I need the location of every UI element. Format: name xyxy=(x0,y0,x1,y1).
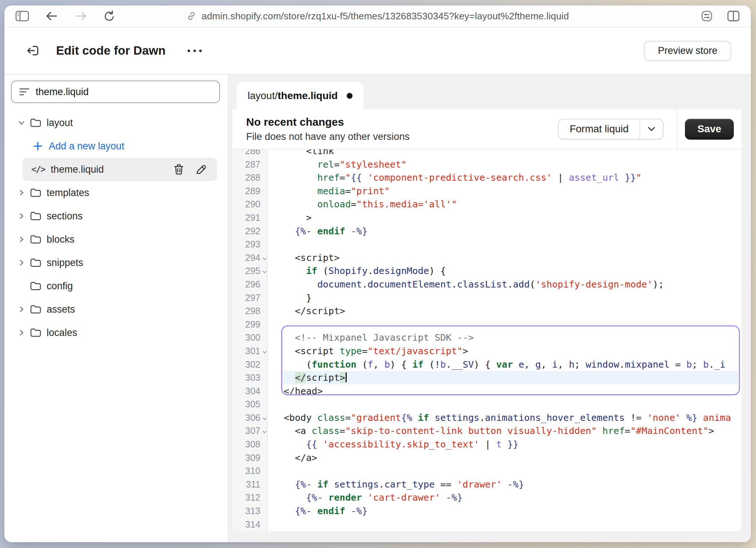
code-line-287[interactable]: 287 rel="stylesheet" xyxy=(232,158,741,171)
line-number: 314 xyxy=(232,518,268,531)
folder-label: blocks xyxy=(47,234,75,245)
reload-icon[interactable] xyxy=(103,10,115,22)
folder-icon xyxy=(30,118,42,128)
code-line-305[interactable]: 305 xyxy=(232,398,741,411)
code-line-304[interactable]: 304</head> xyxy=(232,384,741,398)
url-text: admin.shopify.com/store/rzq1xu-f5/themes… xyxy=(202,11,569,22)
forward-icon[interactable] xyxy=(74,11,87,21)
sidebar-item-blocks[interactable]: blocks xyxy=(4,228,228,251)
sidebar-item-locales[interactable]: locales xyxy=(4,321,228,344)
chevron-right-icon[interactable] xyxy=(17,305,26,313)
code-line-text: onload="this.media='all'" xyxy=(268,197,457,211)
code-line-313[interactable]: 313 {%- endif -%} xyxy=(232,504,741,518)
plus-icon xyxy=(33,141,43,151)
code-file-icon: </> xyxy=(31,164,45,175)
code-line-290[interactable]: 290 onload="this.media='all'" xyxy=(232,197,741,211)
rename-file-button[interactable] xyxy=(194,162,208,177)
code-line-286[interactable]: 286 <link xyxy=(232,149,741,158)
fold-chevron-icon[interactable] xyxy=(261,416,268,422)
code-line-312[interactable]: 312 {%- render 'cart-drawer' -%} xyxy=(232,491,741,504)
code-line-288[interactable]: 288 href="{{ 'component-predictive-searc… xyxy=(232,171,741,184)
code-line-299[interactable]: 299 xyxy=(232,318,741,331)
split-view-icon[interactable] xyxy=(727,10,740,22)
more-actions-icon[interactable] xyxy=(184,46,205,56)
page-settings-icon[interactable] xyxy=(701,10,713,22)
chevron-down-icon[interactable] xyxy=(640,120,663,139)
chevron-right-icon[interactable] xyxy=(17,212,26,220)
code-line-297[interactable]: 297 } xyxy=(232,291,741,305)
editor-toolbar: No recent changes File does not have any… xyxy=(232,109,741,149)
line-number: 311 xyxy=(232,478,268,491)
fold-chevron-icon[interactable] xyxy=(261,256,268,262)
line-number: 294 xyxy=(232,251,268,265)
code-line-text: <script> xyxy=(268,251,340,265)
sidebar-item-sections[interactable]: sections xyxy=(4,204,228,228)
sidebar-toggle-icon[interactable] xyxy=(15,10,29,22)
sidebar-item-assets[interactable]: assets xyxy=(4,298,228,321)
fold-chevron-icon[interactable] xyxy=(261,349,268,355)
save-button[interactable]: Save xyxy=(685,119,733,140)
chevron-right-icon[interactable] xyxy=(17,259,26,267)
address-bar[interactable]: admin.shopify.com/store/rzq1xu-f5/themes… xyxy=(186,5,569,27)
code-line-309[interactable]: 309 </a> xyxy=(232,451,741,465)
sidebar-item-templates[interactable]: templates xyxy=(4,181,228,204)
line-number: 309 xyxy=(232,451,268,465)
code-line-295[interactable]: 295 if (Shopify.designMode) { xyxy=(232,264,741,278)
line-number: 297 xyxy=(232,291,268,305)
code-line-302[interactable]: 302 (function (f, b) { if (!b.__SV) { va… xyxy=(232,358,741,371)
code-line-291[interactable]: 291 > xyxy=(232,211,741,224)
code-line-308[interactable]: 308 {{ 'accessibility.skip_to_text' | t … xyxy=(232,438,741,451)
code-line-292[interactable]: 292 {%- endif -%} xyxy=(232,224,741,238)
back-icon[interactable] xyxy=(45,11,58,21)
code-line-text: > xyxy=(268,211,312,224)
sidebar-item-add-new-layout[interactable]: Add a new layout xyxy=(4,134,228,158)
tab-strip: layout/theme.liquid xyxy=(232,75,741,109)
line-number: 306 xyxy=(232,411,268,424)
tab-theme-liquid[interactable]: layout/theme.liquid xyxy=(237,82,363,109)
file-search-input[interactable]: theme.liquid xyxy=(11,81,220,103)
code-line-307[interactable]: 307 <a class="skip-to-content-link butto… xyxy=(232,424,741,438)
code-line-314[interactable]: 314 xyxy=(232,518,741,531)
code-line-300[interactable]: 300 <!-- Mixpanel Javascript SDK --> xyxy=(232,331,741,344)
sidebar-item-theme-liquid[interactable]: </>theme.liquid xyxy=(23,158,217,181)
code-line-text: (function (f, b) { if (!b.__SV) { var e,… xyxy=(268,358,725,371)
folder-icon xyxy=(30,281,42,291)
folder-icon xyxy=(30,188,42,198)
code-line-text: {%- render 'cart-drawer' -%} xyxy=(268,491,462,504)
sidebar-item-config[interactable]: config xyxy=(4,274,228,298)
format-liquid-button[interactable]: Format liquid xyxy=(558,119,664,140)
delete-file-button[interactable] xyxy=(172,162,186,177)
code-editor[interactable]: 286 <link287 rel="stylesheet"288 href="{… xyxy=(232,149,741,531)
folder-label: layout xyxy=(47,117,73,129)
line-number: 287 xyxy=(232,158,268,171)
exit-icon[interactable] xyxy=(25,43,40,58)
code-line-306[interactable]: 306<body class="gradient{% if settings.a… xyxy=(232,411,741,424)
sidebar-item-layout[interactable]: layout xyxy=(4,111,228,134)
folder-label: assets xyxy=(47,304,75,315)
code-line-293[interactable]: 293 xyxy=(232,238,741,251)
code-line-text: <a class="skip-to-content-link button vi… xyxy=(268,424,714,438)
code-line-text xyxy=(268,238,284,251)
line-number: 292 xyxy=(232,224,268,238)
chevron-right-icon[interactable] xyxy=(17,329,26,337)
code-line-294[interactable]: 294 <script> xyxy=(232,251,741,265)
code-line-289[interactable]: 289 media="print" xyxy=(232,184,741,198)
code-line-301[interactable]: 301 <script type="text/javascript"> xyxy=(232,344,741,358)
file-tree: layoutAdd a new layout</>theme.liquidtem… xyxy=(4,111,228,344)
preview-store-button[interactable]: Preview store xyxy=(644,41,731,61)
line-number: 302 xyxy=(232,358,268,371)
code-line-text: <script type="text/javascript"> xyxy=(268,344,468,358)
chevron-down-icon[interactable] xyxy=(17,119,26,127)
chevron-right-icon[interactable] xyxy=(17,189,26,197)
code-line-310[interactable]: 310 xyxy=(232,464,741,478)
sidebar-item-snippets[interactable]: snippets xyxy=(4,251,228,274)
code-line-298[interactable]: 298 </script> xyxy=(232,304,741,318)
chevron-right-icon[interactable] xyxy=(17,235,26,243)
code-line-303[interactable]: 303 </script> xyxy=(232,371,741,384)
fold-chevron-icon[interactable] xyxy=(261,269,268,275)
code-line-text: {{ 'accessibility.skip_to_text' | t }} xyxy=(268,438,519,451)
code-line-296[interactable]: 296 document.documentElement.classList.a… xyxy=(232,278,741,291)
code-line-text: </a> xyxy=(268,451,317,465)
code-line-311[interactable]: 311 {%- if settings.cart_type == 'drawer… xyxy=(232,478,741,491)
fold-chevron-icon[interactable] xyxy=(261,429,268,435)
